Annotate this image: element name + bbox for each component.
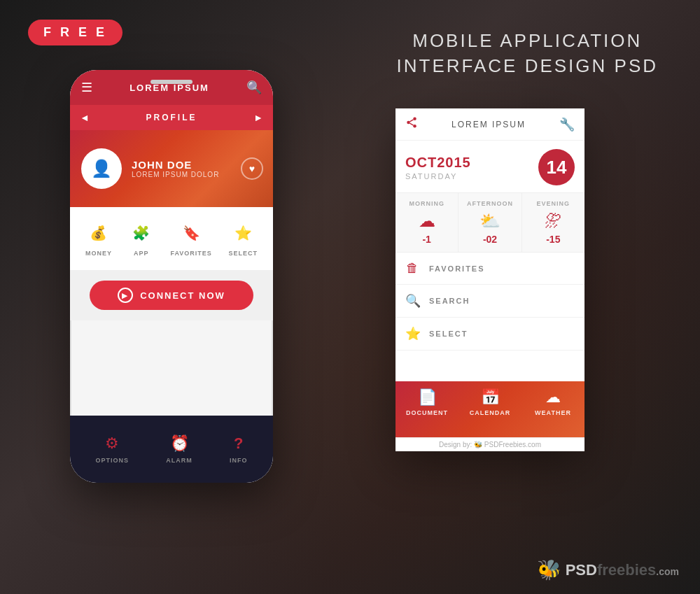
heart-icon[interactable]: ♥	[241, 157, 263, 180]
avatar: 👤	[81, 148, 122, 189]
morning-temp: -1	[422, 234, 430, 245]
afternoon-temp: -02	[483, 234, 497, 245]
free-badge: F R E E	[28, 20, 122, 45]
money-icon: 💰	[86, 220, 111, 246]
date-left: OCT2015 SATURDAY	[405, 155, 471, 181]
select-label: SELECT	[229, 250, 258, 257]
arrow-left-icon[interactable]: ◄	[80, 112, 90, 123]
month-year: OCT2015	[405, 155, 471, 171]
star-list-icon: ⭐	[405, 326, 419, 341]
weather-tab-label: WEATHER	[535, 409, 571, 416]
menu-icons: 💰 MONEY 🧩 APP 🔖 FAVORITES ⭐ SELECT	[70, 207, 273, 270]
weather-afternoon: AFTERNOON ⛅ -02	[458, 193, 522, 252]
profile-info: JOHN DOE LOREM IPSUM DOLOR	[132, 159, 219, 178]
app-label: APP	[134, 250, 149, 257]
cloud-icon-afternoon: ⛅	[479, 211, 500, 231]
phone-title: LOREM IPSUM	[130, 83, 209, 93]
document-tab-label: DOCUMENT	[406, 409, 448, 416]
search-icon[interactable]: 🔍	[246, 80, 262, 95]
bookmark-icon: 🔖	[178, 220, 204, 246]
connect-label: CONNECT NOW	[140, 290, 225, 301]
list-items: 🗑 FAVORITES 🔍 SEARCH ⭐ SELECT	[396, 253, 584, 381]
afternoon-label: AFTERNOON	[467, 200, 513, 207]
favorites-item-label: FAVORITES	[429, 264, 485, 273]
weather-section: MORNING ☁ -1 AFTERNOON ⛅ -02 EVENING ⛈ -…	[396, 192, 584, 253]
nav-options[interactable]: ⚙ OPTIONS	[96, 434, 130, 464]
phone-topbar: ☰ LOREM IPSUM 🔍	[70, 70, 273, 105]
svg-line-4	[410, 120, 413, 122]
evening-temp: -15	[546, 234, 560, 245]
profile-subtitle: LOREM IPSUM DOLOR	[132, 171, 219, 178]
search-item-label: SEARCH	[429, 297, 470, 305]
title-line1: MOBILE APPLICATION	[397, 28, 659, 53]
menu-item-select[interactable]: ⭐ SELECT	[229, 220, 258, 257]
day-number-circle: 14	[538, 149, 575, 185]
storm-icon-evening: ⛈	[545, 211, 561, 231]
title-line2: INTERFACE DESIGN PSD	[397, 53, 659, 78]
bee-icon: 🐝	[537, 558, 561, 581]
menu-item-money[interactable]: 💰 MONEY	[85, 220, 112, 257]
search-list-icon: 🔍	[405, 293, 419, 309]
select-item-label: SELECT	[429, 330, 468, 338]
app-icon: 🧩	[129, 220, 154, 246]
bottom-tabs: 📄 DOCUMENT 📅 CALENDAR ☁ WEATHER	[396, 381, 584, 437]
right-topbar: LOREM IPSUM 🔧	[396, 108, 584, 141]
alarm-icon: ⏰	[170, 434, 189, 453]
hamburger-icon[interactable]: ☰	[81, 80, 92, 95]
nav-info[interactable]: ? INFO	[230, 434, 248, 464]
arrow-right-icon[interactable]: ►	[253, 112, 263, 123]
trash-icon: 🗑	[405, 261, 419, 276]
calendar-icon: 📅	[481, 388, 500, 406]
wrench-icon[interactable]: 🔧	[559, 117, 575, 132]
bottom-nav: ⚙ OPTIONS ⏰ ALARM ? INFO	[70, 416, 273, 483]
panel-right: LOREM IPSUM 🔧 OCT2015 SATURDAY 14 MORNIN…	[396, 108, 584, 451]
weather-morning: MORNING ☁ -1	[396, 193, 458, 252]
watermark-text: PSDfreebies.com	[566, 561, 679, 579]
connect-button[interactable]: ▶ CONNECT NOW	[90, 281, 253, 310]
profile-name: JOHN DOE	[132, 159, 219, 171]
tab-weather[interactable]: ☁ WEATHER	[522, 388, 584, 416]
profile-nav: ◄ PROFILE ►	[70, 105, 273, 130]
menu-item-favorites[interactable]: 🔖 FAVORITES	[170, 220, 211, 257]
info-icon: ?	[234, 434, 243, 453]
play-icon: ▶	[118, 288, 133, 303]
document-icon: 📄	[418, 388, 437, 406]
phone-left: ☰ LOREM IPSUM 🔍 ◄ PROFILE ► 👤 JOHN DOE L…	[70, 70, 273, 483]
connect-section: ▶ CONNECT NOW	[70, 270, 273, 320]
menu-item-app[interactable]: 🧩 APP	[129, 220, 154, 257]
svg-line-3	[410, 123, 413, 125]
options-icon: ⚙	[105, 434, 119, 453]
attribution: Design by: 🐝 PSDFreebies.com	[396, 437, 584, 451]
list-item-select[interactable]: ⭐ SELECT	[396, 318, 584, 351]
cloud-icon-morning: ☁	[419, 211, 435, 231]
profile-nav-label: PROFILE	[146, 113, 197, 122]
watermark: 🐝 PSDfreebies.com	[537, 558, 679, 581]
nav-alarm[interactable]: ⏰ ALARM	[166, 434, 192, 464]
star-icon: ⭐	[230, 220, 255, 246]
brand-regular: PSD	[566, 561, 597, 579]
profile-hero: 👤 JOHN DOE LOREM IPSUM DOLOR ♥	[70, 130, 273, 207]
svg-point-0	[413, 118, 416, 121]
right-panel-title: LOREM IPSUM	[451, 120, 526, 129]
list-item-search[interactable]: 🔍 SEARCH	[396, 285, 584, 318]
title-block: MOBILE APPLICATION INTERFACE DESIGN PSD	[397, 28, 659, 79]
weather-evening: EVENING ⛈ -15	[522, 193, 584, 252]
alarm-label: ALARM	[166, 457, 192, 464]
tab-calendar[interactable]: 📅 CALENDAR	[458, 388, 522, 416]
share-icon[interactable]	[405, 116, 418, 132]
favorites-label: FAVORITES	[170, 250, 211, 257]
weather-tab-icon: ☁	[545, 388, 561, 406]
svg-point-2	[413, 125, 416, 128]
calendar-tab-label: CALENDAR	[470, 409, 511, 416]
brand-bold: freebies	[597, 561, 656, 579]
morning-label: MORNING	[409, 200, 444, 207]
date-section: OCT2015 SATURDAY 14	[396, 141, 584, 192]
info-label: INFO	[230, 457, 248, 464]
money-label: MONEY	[85, 250, 112, 257]
tab-document[interactable]: 📄 DOCUMENT	[396, 388, 458, 416]
options-label: OPTIONS	[96, 457, 130, 464]
day-name: SATURDAY	[405, 172, 471, 181]
evening-label: EVENING	[537, 200, 570, 207]
svg-point-1	[407, 121, 410, 125]
list-item-favorites[interactable]: 🗑 FAVORITES	[396, 253, 584, 285]
